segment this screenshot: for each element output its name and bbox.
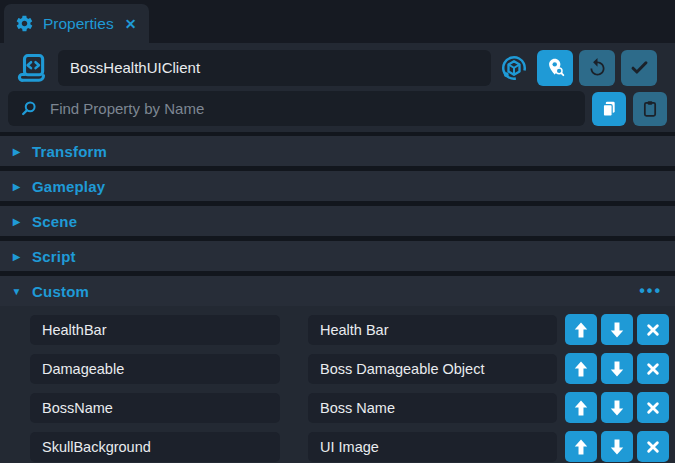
- delete-button[interactable]: [637, 431, 669, 462]
- paste-button[interactable]: [633, 92, 667, 126]
- section-script[interactable]: ▶ Script: [0, 241, 675, 271]
- move-down-button[interactable]: [601, 353, 633, 384]
- tab-bar: Properties ✕: [0, 0, 675, 43]
- x-icon: [643, 437, 663, 457]
- chevron-right-icon: ▶: [11, 181, 22, 192]
- move-up-button[interactable]: [565, 431, 597, 462]
- custom-property-row: SkullBackground UI Image: [6, 431, 669, 462]
- custom-property-row: BossName Boss Name: [6, 392, 669, 423]
- object-name-row: [8, 49, 667, 86]
- location-pin-search-icon: [544, 56, 567, 79]
- search-input[interactable]: [48, 99, 574, 118]
- section-label: Gameplay: [32, 178, 105, 195]
- move-up-button[interactable]: [565, 392, 597, 423]
- x-icon: [643, 320, 663, 340]
- property-name-field[interactable]: Damageable: [30, 354, 280, 384]
- chevron-right-icon: ▶: [11, 146, 22, 157]
- checkmark-icon: [629, 57, 650, 78]
- arrow-up-icon: [570, 319, 592, 341]
- search-icon: [19, 99, 39, 119]
- delete-button[interactable]: [637, 353, 669, 384]
- move-down-button[interactable]: [601, 431, 633, 462]
- chevron-down-icon: ▼: [11, 286, 22, 297]
- chevron-right-icon: ▶: [11, 251, 22, 262]
- tab-properties[interactable]: Properties ✕: [4, 4, 149, 43]
- object-name-input[interactable]: [58, 50, 491, 86]
- arrow-up-icon: [570, 436, 592, 458]
- arrow-down-icon: [606, 397, 628, 419]
- property-value-field[interactable]: Boss Damageable Object: [308, 354, 557, 384]
- property-name-field[interactable]: HealthBar: [30, 315, 280, 345]
- move-down-button[interactable]: [601, 314, 633, 345]
- custom-property-row: HealthBar Health Bar: [6, 314, 669, 345]
- tab-title: Properties: [43, 15, 114, 33]
- property-name-field[interactable]: BossName: [30, 393, 280, 423]
- property-value-field[interactable]: UI Image: [308, 432, 557, 462]
- section-label: Transform: [32, 143, 107, 160]
- clipboard-icon: [640, 99, 660, 119]
- arrow-up-icon: [570, 358, 592, 380]
- search-box[interactable]: [8, 91, 585, 126]
- custom-properties-list: HealthBar Health Bar Damageable Boss Dam…: [0, 306, 675, 463]
- x-icon: [643, 359, 663, 379]
- gear-wrench-icon: [15, 14, 34, 33]
- undo-rotate-icon: [587, 57, 608, 78]
- arrow-down-icon: [606, 319, 628, 341]
- copy-icon: [599, 99, 619, 119]
- property-value-field[interactable]: Boss Name: [308, 393, 557, 423]
- networked-object-icon: [491, 53, 537, 83]
- reset-button[interactable]: [579, 50, 615, 86]
- apply-button[interactable]: [621, 50, 657, 86]
- custom-property-row: Damageable Boss Damageable Object: [6, 353, 669, 384]
- chevron-right-icon: ▶: [11, 216, 22, 227]
- section-label: Scene: [32, 213, 77, 230]
- delete-button[interactable]: [637, 314, 669, 345]
- move-down-button[interactable]: [601, 392, 633, 423]
- section-transform[interactable]: ▶ Transform: [0, 136, 675, 166]
- section-label: Custom: [32, 283, 89, 300]
- section-custom[interactable]: ▼ Custom •••: [0, 276, 675, 306]
- section-scene[interactable]: ▶ Scene: [0, 206, 675, 236]
- property-value-field[interactable]: Health Bar: [308, 315, 557, 345]
- arrow-up-icon: [570, 397, 592, 419]
- properties-panel: ▶ Transform ▶ Gameplay ▶ Scene ▶ Script …: [0, 43, 675, 463]
- copy-button[interactable]: [592, 92, 626, 126]
- more-options-icon[interactable]: •••: [639, 282, 664, 300]
- script-icon: [8, 51, 58, 85]
- section-label: Script: [32, 248, 76, 265]
- section-gameplay[interactable]: ▶ Gameplay: [0, 171, 675, 201]
- search-row: [8, 91, 667, 126]
- panel-header: [0, 43, 675, 132]
- close-icon[interactable]: ✕: [125, 16, 137, 32]
- arrow-down-icon: [606, 358, 628, 380]
- x-icon: [643, 398, 663, 418]
- delete-button[interactable]: [637, 392, 669, 423]
- property-name-field[interactable]: SkullBackground: [30, 432, 280, 462]
- arrow-down-icon: [606, 436, 628, 458]
- move-up-button[interactable]: [565, 353, 597, 384]
- move-up-button[interactable]: [565, 314, 597, 345]
- find-in-scene-button[interactable]: [537, 50, 573, 86]
